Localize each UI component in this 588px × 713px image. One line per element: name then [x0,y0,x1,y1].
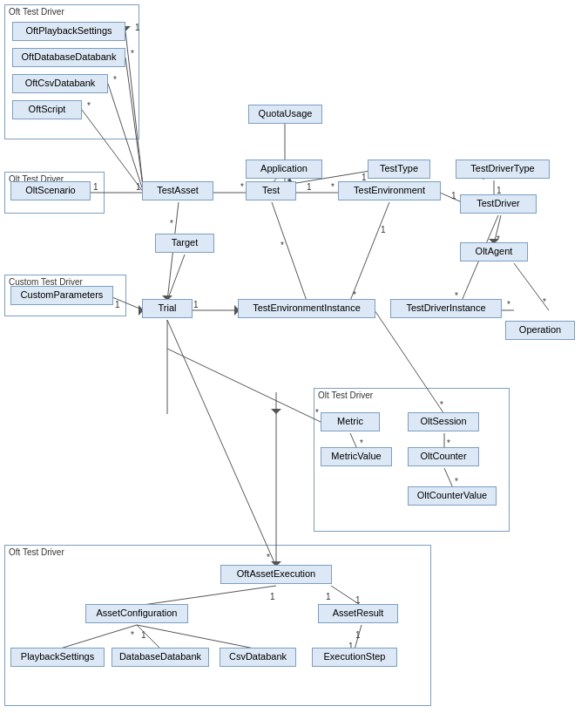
svg-text:1: 1 [451,191,456,200]
box-TestDriver[interactable]: TestDriver [460,194,537,214]
svg-line-60 [167,320,276,567]
svg-text:*: * [280,241,284,250]
box-TestDriverType[interactable]: TestDriverType [456,160,550,179]
svg-marker-83 [271,409,281,414]
box-OftPlaybackSettings[interactable]: OftPlaybackSettings [12,22,125,41]
svg-text:1: 1 [136,182,141,192]
svg-text:*: * [543,297,546,307]
svg-text:*: * [170,219,173,228]
group-label-oft-bot: Oft Test Driver [9,547,64,557]
box-OltCounter[interactable]: OltCounter [408,447,479,466]
group-oft-test-driver-bot: Oft Test Driver [4,545,431,706]
svg-line-30 [350,202,389,301]
box-OftCsvDatabank[interactable]: OftCsvDatabank [12,74,108,93]
box-AssetResult[interactable]: AssetResult [318,604,398,623]
box-Application[interactable]: Application [246,160,322,179]
box-ExecutionStep[interactable]: ExecutionStep [312,648,397,667]
svg-line-28 [272,202,307,301]
box-TestEnvironment[interactable]: TestEnvironment [338,181,441,200]
svg-text:*: * [240,182,244,192]
group-label-olt-right: Olt Test Driver [318,390,373,400]
box-OltSession[interactable]: OltSession [408,412,479,431]
svg-line-44 [167,255,185,301]
box-CustomParameters[interactable]: CustomParameters [10,286,113,305]
group-label-oft-top: Oft Test Driver [9,7,64,17]
box-DatabaseDatabank[interactable]: DatabaseDatabank [112,648,209,667]
box-TestAsset[interactable]: TestAsset [142,181,213,200]
box-MetricValue[interactable]: MetricValue [321,447,392,466]
diagram-container: Oft Test Driver Olt Test Driver Custom T… [0,0,588,713]
box-AssetConfiguration[interactable]: AssetConfiguration [85,604,188,623]
box-Operation[interactable]: Operation [505,321,575,340]
box-OltScenario[interactable]: OltScenario [10,181,91,200]
box-OltCounterValue[interactable]: OltCounterValue [408,486,497,506]
box-Metric[interactable]: Metric [321,412,380,431]
svg-line-42 [514,263,549,310]
box-OftAssetExecution[interactable]: OftAssetExecution [220,565,332,584]
box-QuotaUsage[interactable]: QuotaUsage [248,105,322,124]
box-OftDatabaseDatabank[interactable]: OftDatabaseDatabank [12,48,125,67]
box-Test[interactable]: Test [246,181,296,200]
box-TestType[interactable]: TestType [368,160,430,179]
box-TestEnvironmentInstance[interactable]: TestEnvironmentInstance [238,299,375,318]
svg-text:*: * [331,182,335,192]
svg-line-21 [440,193,462,202]
svg-text:1: 1 [381,225,386,234]
box-Target[interactable]: Target [155,234,214,253]
svg-line-48 [167,349,322,423]
box-OltAgent[interactable]: OltAgent [460,242,528,261]
svg-text:1: 1 [193,300,199,309]
box-CsvDatabank[interactable]: CsvDatabank [220,648,296,667]
box-OftScript[interactable]: OftScript [12,100,82,119]
box-Trial[interactable]: Trial [142,299,193,318]
box-TestDriverInstance[interactable]: TestDriverInstance [390,299,502,318]
svg-text:*: * [507,300,510,309]
box-PlaybackSettings[interactable]: PlaybackSettings [10,648,105,667]
svg-text:1: 1 [307,182,312,192]
svg-line-40 [494,215,501,244]
